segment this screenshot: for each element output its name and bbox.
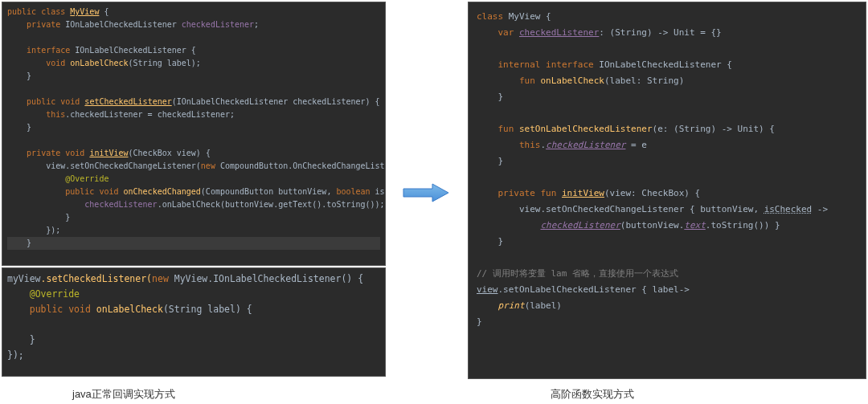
params: (String label) {	[163, 304, 252, 315]
annotation: @Override	[65, 174, 108, 183]
call: view.setOnCheckedChangeListener { button…	[519, 204, 764, 214]
kw: internal interface	[498, 59, 594, 70]
kw: var	[498, 27, 514, 38]
brace: }	[498, 156, 504, 166]
p1: (buttonView.	[620, 220, 684, 231]
type: : (String) -> Unit = {}	[599, 27, 721, 38]
kw: fun	[519, 75, 535, 86]
fn: onLabelCheck	[540, 75, 604, 86]
params: (label)	[525, 300, 562, 311]
kw: private void	[27, 149, 84, 157]
var: checkedListener	[182, 20, 254, 29]
kw: class	[477, 11, 503, 22]
kw: void	[46, 59, 65, 67]
var: checkedListener	[84, 200, 157, 209]
fn: onLabelCheck	[70, 59, 128, 67]
params: (view: CheckBox) {	[604, 188, 700, 198]
fn: setCheckedListener	[84, 97, 171, 106]
params: (String label);	[129, 59, 201, 67]
fn: onCheckedChanged	[124, 187, 201, 196]
fn: print	[498, 300, 525, 311]
kotlin-code: class MyView { var checkedListener: (Str…	[469, 2, 866, 337]
java-code-top-panel: public class MyView { private IOnLabelCh…	[2, 2, 386, 266]
fn: initView	[562, 188, 604, 198]
call: .setOnLabelCheckedListener { label->	[498, 284, 690, 295]
kw: boolean	[336, 187, 370, 196]
arrow: ->	[812, 204, 828, 214]
kotlin-code-panel: class MyView { var checkedListener: (Str…	[468, 2, 866, 379]
params: (CheckBox view) {	[129, 149, 211, 157]
params: (CompoundButton buttonView,	[201, 187, 337, 196]
interface-name: IOnLabelCheckedListener {	[70, 46, 196, 55]
brace: }	[30, 334, 35, 345]
var: checkedListener	[519, 27, 599, 38]
comment: // 调用时将变量 lam 省略，直接使用一个表达式	[477, 268, 678, 279]
kw: this	[46, 110, 65, 119]
kw: private fun	[498, 188, 557, 198]
kw: new	[201, 161, 215, 170]
arrow-icon	[402, 181, 450, 205]
obj: view	[46, 161, 65, 170]
params: (label: String)	[604, 75, 684, 86]
semi: ;	[254, 20, 259, 29]
brace: }	[65, 213, 70, 222]
type: IOnLabelCheckedListener	[60, 20, 182, 29]
class-name: MyView	[70, 7, 99, 16]
java-code-bottom-panel: myView.setCheckedListener(new MyView.IOn…	[2, 267, 386, 377]
fn: onLabelCheck	[96, 304, 163, 315]
assign: .checkedListener = checkedListener;	[65, 110, 235, 119]
p2: .toString()) }	[706, 220, 780, 231]
java-code-bottom: myView.setCheckedListener(new MyView.IOn…	[2, 268, 385, 366]
call: .onLabelCheck(buttonView.getText().toStr…	[158, 200, 385, 209]
params: isChecked) {	[371, 187, 386, 196]
brace: }	[498, 236, 504, 247]
brace: }	[498, 92, 504, 102]
unused-var: isChecked	[764, 204, 813, 214]
fn: initView	[89, 149, 128, 157]
kw: public void	[65, 187, 118, 196]
annotation: @Override	[30, 288, 80, 300]
brace: }	[27, 239, 31, 247]
caret-line: }	[7, 237, 380, 250]
kw: public class	[7, 7, 65, 16]
type: MyView.IOnLabelCheckedListener() {	[169, 273, 363, 284]
params: (e: (String) -> Unit) {	[653, 124, 775, 134]
var: checkedListener	[540, 220, 620, 231]
java-code-top: public class MyView { private IOnLabelCh…	[2, 2, 385, 253]
brace: }	[27, 71, 31, 80]
kw: public void	[30, 304, 91, 315]
kw: private	[27, 20, 60, 29]
brace: }	[477, 316, 482, 327]
type: CompoundButton.OnCheckedChangeListener()…	[215, 161, 386, 170]
obj: view	[477, 284, 498, 295]
kw: fun	[498, 124, 514, 134]
brace: {	[99, 7, 108, 16]
call: .setOnCheckedChangeListener(	[65, 161, 201, 170]
obj: myView	[7, 273, 41, 284]
params: (IOnLabelCheckedListener checkedListener…	[172, 97, 380, 106]
kw: interface	[27, 46, 70, 55]
caption-right: 高阶函数实现方式	[551, 387, 634, 402]
caption-left: java正常回调实现方式	[72, 387, 175, 402]
brace: });	[7, 349, 24, 361]
kw: public void	[27, 97, 80, 106]
fn: setOnLabelCheckedListener	[519, 124, 653, 134]
interface-name: IOnLabelCheckedListener {	[594, 59, 732, 70]
brace: }	[27, 123, 31, 132]
kw: this	[519, 140, 541, 150]
eq: = e	[625, 140, 647, 150]
var: checkedListener	[546, 140, 625, 150]
kw: new	[152, 273, 169, 284]
brace: });	[46, 226, 60, 235]
call: .setCheckedListener(	[41, 273, 152, 284]
prop: text	[684, 220, 706, 231]
class-name: MyView {	[503, 11, 551, 22]
